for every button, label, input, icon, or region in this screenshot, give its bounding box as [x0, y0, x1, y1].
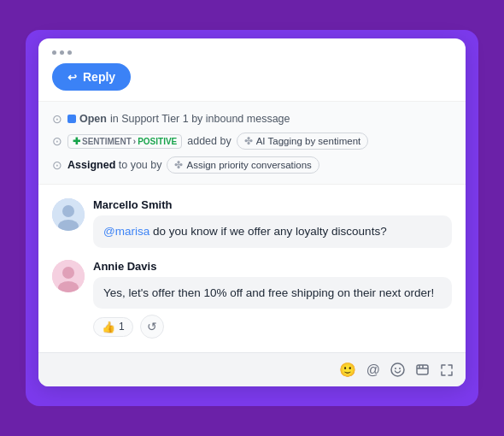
settings-icon-2: ⊙: [52, 134, 62, 148]
sentiment-row: ⊙ ✚ SENTIMENT › POSITIVE added by ✤ AI T…: [52, 133, 452, 150]
dot-1: [52, 50, 56, 55]
reactions-row: 👍 1 ↺: [93, 315, 452, 339]
message-content-1: Marcello Smith @marisa do you know if we…: [93, 198, 452, 248]
svg-point-6: [391, 363, 404, 376]
priority-chip-label: Assign priority conversations: [186, 160, 311, 170]
ai-tagging-chip[interactable]: ✤ AI Tagging by sentiment: [237, 133, 369, 150]
message-text-2: Yes, let's offer then 10% off and free s…: [103, 286, 434, 299]
reply-icon: ↩: [67, 71, 77, 84]
message-row-2: Annie Davis Yes, let's offer then 10% of…: [52, 260, 452, 339]
reply-label: Reply: [83, 70, 115, 84]
sentiment-plus: ✚: [73, 136, 80, 147]
sentiment-label: SENTIMENT: [82, 137, 132, 146]
assigned-row: ⊙ Assigned to you by ✤ Assign priority c…: [52, 156, 452, 174]
status-row: ⊙ Open in Support Tier 1 by inbound mess…: [52, 112, 452, 126]
add-reaction-icon: ↺: [147, 320, 157, 333]
card-header: ↩ Reply: [38, 38, 466, 102]
message-bubble-2: Yes, let's offer then 10% off and free s…: [93, 277, 452, 309]
activity-section: ⊙ Open in Support Tier 1 by inbound mess…: [38, 102, 466, 185]
dot-3: [67, 50, 72, 55]
dots-menu[interactable]: [52, 50, 452, 55]
chip-icon-2: ✤: [174, 159, 183, 171]
assigned-text: Assigned to you by: [67, 159, 161, 171]
message-text-1: do you know if we offer any loyalty disc…: [153, 225, 387, 238]
thumbs-up-reaction[interactable]: 👍 1: [93, 317, 133, 337]
messages-section: Marcello Smith @marisa do you know if we…: [38, 185, 466, 352]
status-description: in Support Tier 1 by inbound message: [110, 113, 290, 125]
sender-name-1: Marcello Smith: [93, 198, 452, 211]
avatar-annie: [52, 260, 85, 292]
ai-chip-label: AI Tagging by sentiment: [256, 136, 361, 146]
reaction-count: 1: [119, 321, 125, 333]
mention-icon[interactable]: @: [366, 362, 380, 378]
sentiment-badge: ✚ SENTIMENT › POSITIVE: [67, 134, 182, 149]
mention-1: @marisa: [103, 225, 149, 238]
chat-card: ↩ Reply ⊙ Open in Support Tier 1 by inbo…: [38, 38, 466, 386]
priority-chip[interactable]: ✤ Assign priority conversations: [167, 156, 319, 174]
settings-icon-1: ⊙: [52, 112, 62, 126]
svg-point-4: [62, 267, 74, 279]
reply-button[interactable]: ↩ Reply: [52, 63, 131, 91]
svg-point-7: [395, 368, 396, 369]
attach-icon[interactable]: [415, 362, 430, 377]
positive-label: POSITIVE: [138, 137, 177, 146]
bottom-toolbar: 🙂 @: [38, 352, 466, 386]
chip-icon-1: ✤: [244, 135, 253, 147]
settings-icon-3: ⊙: [52, 158, 62, 172]
assigned-middle: to you by: [119, 159, 162, 171]
outer-container: ↩ Reply ⊙ Open in Support Tier 1 by inbo…: [26, 30, 478, 406]
smile-icon[interactable]: [390, 362, 405, 377]
assigned-prefix: Assigned: [67, 159, 115, 171]
thumbs-up-emoji: 👍: [102, 321, 115, 333]
status-open: Open in Support Tier 1 by inbound messag…: [67, 113, 290, 125]
message-row: Marcello Smith @marisa do you know if we…: [52, 198, 452, 248]
sender-name-2: Annie Davis: [93, 260, 452, 273]
added-by-text: added by: [187, 135, 231, 147]
svg-point-1: [62, 205, 74, 217]
svg-point-8: [399, 368, 401, 369]
message-content-2: Annie Davis Yes, let's offer then 10% of…: [93, 260, 452, 339]
expand-icon[interactable]: [440, 363, 454, 377]
avatar-marcello: [52, 198, 85, 231]
message-bubble-1: @marisa do you know if we offer any loya…: [93, 215, 452, 248]
emoji-icon[interactable]: 🙂: [339, 362, 356, 378]
sentiment-arrow: ›: [133, 137, 136, 146]
open-dot: [67, 115, 76, 123]
open-label: Open: [79, 113, 107, 125]
dot-2: [60, 50, 64, 55]
add-reaction-button[interactable]: ↺: [140, 315, 164, 339]
